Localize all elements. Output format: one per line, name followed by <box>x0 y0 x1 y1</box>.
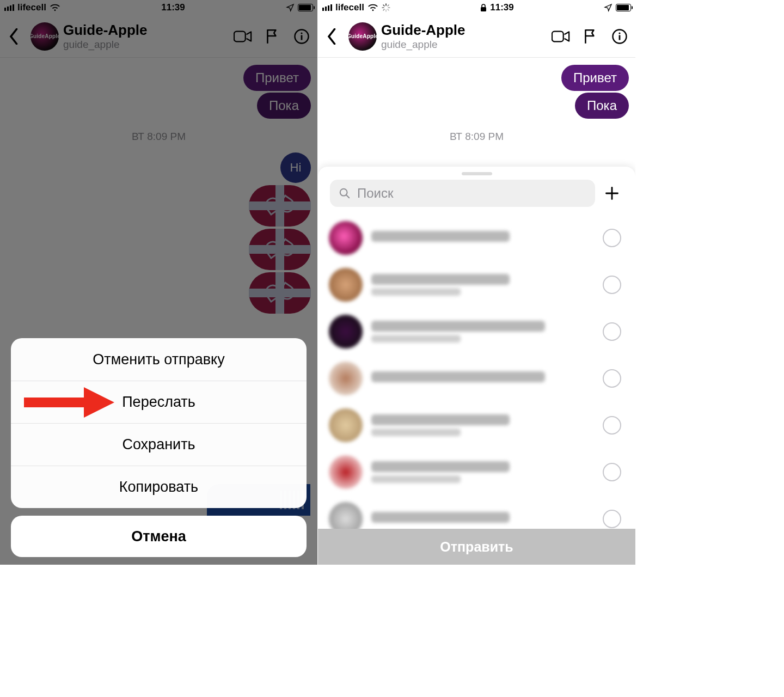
svg-rect-12 <box>481 7 486 11</box>
unsend-option[interactable]: Отменить отправку <box>11 338 307 381</box>
send-label: Отправить <box>440 539 513 555</box>
copy-label: Копировать <box>119 479 198 496</box>
contact-row[interactable] <box>318 449 635 496</box>
contact-row[interactable] <box>318 308 635 355</box>
contact-row[interactable] <box>318 215 635 261</box>
svg-line-18 <box>346 195 349 198</box>
contact-name-blurred <box>371 274 510 285</box>
chat-header: GuideApple Guide-Apple guide_apple <box>318 15 635 58</box>
forward-panel: Поиск Отправить <box>318 167 635 565</box>
lock-icon <box>480 4 487 12</box>
chat-username: guide_apple <box>381 39 542 51</box>
contact-name-blurred <box>371 371 545 382</box>
battery-icon <box>616 4 631 11</box>
message-bubble[interactable]: Пока <box>257 93 311 119</box>
contact-name-blurred <box>371 461 510 472</box>
annotation-arrow-icon <box>24 390 117 414</box>
svg-point-15 <box>618 32 620 34</box>
phone-screenshot-right: lifecell 11:39 GuideApple Guide-App <box>318 0 635 565</box>
svg-rect-0 <box>234 31 246 41</box>
unsend-label: Отменить отправку <box>93 351 224 368</box>
video-call-icon[interactable] <box>550 26 571 47</box>
clock-label: 11:39 <box>490 2 513 13</box>
search-input[interactable]: Поиск <box>330 180 595 207</box>
save-label: Сохранить <box>122 436 195 453</box>
signal-icon <box>322 4 332 11</box>
gift-sticker[interactable] <box>249 229 311 270</box>
wifi-icon <box>50 3 60 12</box>
contact-avatar <box>329 408 363 442</box>
sheet-grabber[interactable] <box>462 172 492 175</box>
contact-name-blurred <box>371 512 510 523</box>
chat-title: Guide-Apple <box>381 22 542 39</box>
message-bubble[interactable]: Привет <box>243 65 311 91</box>
timestamp-label: ВТ 8:09 PM <box>7 131 311 143</box>
message-area: Привет Пока ВТ 8:09 PM Hi <box>0 58 317 314</box>
action-sheet: Отменить отправку Переслать Сохранить Ко… <box>11 338 307 557</box>
signal-icon <box>4 4 14 11</box>
send-button[interactable]: Отправить <box>318 529 635 565</box>
contact-sub-blurred <box>371 429 461 436</box>
battery-icon <box>298 4 313 11</box>
contact-name-blurred <box>371 321 545 332</box>
contact-sub-blurred <box>371 335 461 343</box>
select-radio[interactable] <box>603 276 621 294</box>
info-icon[interactable] <box>291 26 312 47</box>
add-button[interactable] <box>601 182 623 205</box>
chat-header: GuideApple Guide-Apple guide_apple <box>0 15 317 58</box>
forward-option[interactable]: Переслать <box>11 381 307 423</box>
contact-sub-blurred <box>371 475 461 483</box>
select-radio[interactable] <box>603 369 621 388</box>
select-radio[interactable] <box>603 229 621 247</box>
svg-line-9 <box>388 9 389 10</box>
avatar[interactable]: GuideApple <box>348 22 377 51</box>
carrier-label: lifecell <box>17 2 46 13</box>
message-bubble[interactable]: Привет <box>561 65 629 91</box>
video-call-icon[interactable] <box>232 26 253 47</box>
chat-title: Guide-Apple <box>63 22 224 39</box>
svg-line-10 <box>383 9 384 10</box>
back-button[interactable] <box>2 25 26 48</box>
timestamp-label: ВТ 8:09 PM <box>324 131 629 143</box>
contact-row[interactable] <box>318 261 635 308</box>
svg-rect-16 <box>619 35 621 40</box>
location-icon <box>286 3 295 12</box>
select-radio[interactable] <box>603 322 621 341</box>
search-placeholder: Поиск <box>357 186 394 201</box>
clock-label: 11:39 <box>161 2 185 13</box>
message-bubble[interactable]: Hi <box>280 152 311 183</box>
select-radio[interactable] <box>603 510 621 528</box>
contact-row[interactable] <box>318 402 635 449</box>
back-button[interactable] <box>320 25 344 48</box>
status-bar: lifecell 11:39 <box>318 0 635 15</box>
contact-row[interactable] <box>318 355 635 402</box>
flag-icon[interactable] <box>262 26 283 47</box>
chat-username: guide_apple <box>63 39 224 51</box>
search-icon <box>339 187 351 199</box>
message-bubble[interactable]: Пока <box>575 93 629 119</box>
info-icon[interactable] <box>609 26 630 47</box>
location-icon <box>604 3 612 12</box>
forward-label: Переслать <box>122 394 195 411</box>
gift-sticker[interactable] <box>249 185 311 227</box>
select-radio[interactable] <box>603 463 621 481</box>
gift-sticker[interactable] <box>249 272 311 314</box>
save-option[interactable]: Сохранить <box>11 423 307 466</box>
cancel-button[interactable]: Отмена <box>11 516 307 557</box>
contact-avatar <box>329 455 363 489</box>
avatar[interactable]: GuideApple <box>30 22 59 51</box>
copy-option[interactable]: Копировать <box>11 466 307 508</box>
contact-name-blurred <box>371 414 510 425</box>
message-area: Привет Пока ВТ 8:09 PM <box>318 58 635 143</box>
contact-avatar <box>329 221 363 255</box>
flag-icon[interactable] <box>580 26 601 47</box>
carrier-label: lifecell <box>335 2 364 13</box>
contact-avatar <box>329 268 363 302</box>
svg-rect-3 <box>301 35 303 40</box>
contact-list <box>318 215 635 542</box>
svg-rect-13 <box>552 31 564 41</box>
status-bar: lifecell 11:39 <box>0 0 317 15</box>
select-radio[interactable] <box>603 416 621 435</box>
svg-point-2 <box>301 32 302 34</box>
cancel-label: Отмена <box>131 528 186 545</box>
